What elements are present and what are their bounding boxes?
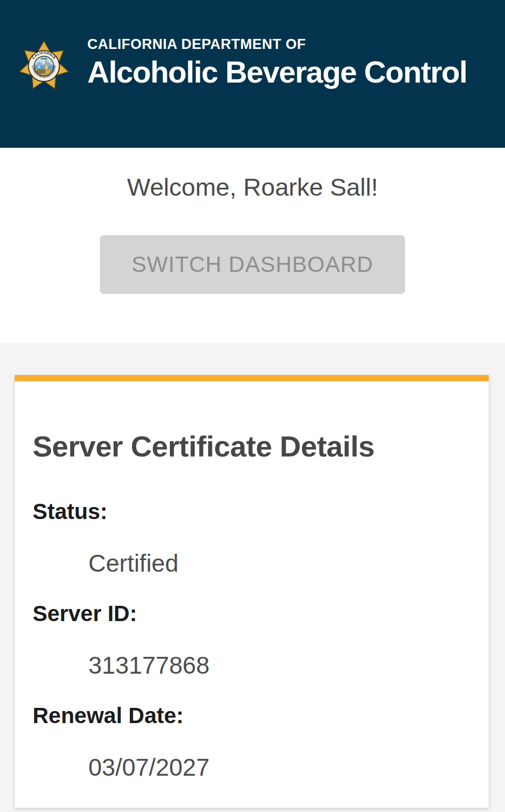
welcome-section: Welcome, Roarke Sall! SWITCH DASHBOARD	[0, 148, 505, 343]
status-value: Certified	[88, 551, 471, 575]
header-titles: CALIFORNIA DEPARTMENT OF Alcoholic Bever…	[87, 37, 467, 88]
app-header: CALIFORNIA ALCOHOLIC BEVERAGE CONTROL EU…	[0, 0, 505, 148]
server-id-value: 313177868	[88, 653, 471, 677]
server-certificate-card: Server Certificate Details Status: Certi…	[15, 375, 489, 808]
server-id-label: Server ID:	[33, 603, 471, 625]
badge-motto-text: EUREKA	[41, 58, 47, 60]
switch-dashboard-button[interactable]: SWITCH DASHBOARD	[100, 235, 405, 294]
welcome-heading: Welcome, Roarke Sall!	[0, 172, 505, 202]
abc-star-badge-icon: CALIFORNIA ALCOHOLIC BEVERAGE CONTROL EU…	[17, 32, 71, 98]
renewal-date-value: 03/07/2027	[88, 755, 471, 779]
renewal-date-label: Renewal Date:	[33, 705, 471, 727]
department-label: CALIFORNIA DEPARTMENT OF	[87, 37, 467, 52]
certificate-fields: Status: Certified Server ID: 313177868 R…	[33, 501, 471, 779]
page-body: Server Certificate Details Status: Certi…	[0, 343, 505, 808]
card-title: Server Certificate Details	[33, 430, 471, 463]
agency-name: Alcoholic Beverage Control	[87, 56, 467, 88]
status-label: Status:	[33, 501, 471, 523]
